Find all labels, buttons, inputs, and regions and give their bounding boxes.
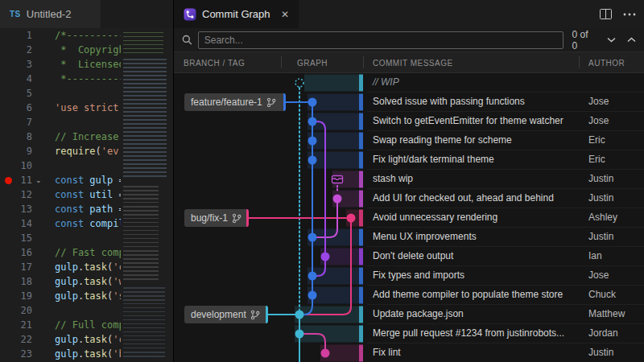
commit-message: Don't delete output <box>373 247 453 265</box>
graph-table-header: BRANCH / TAG GRAPH COMMIT MESSAGE AUTHOR <box>174 51 644 73</box>
stash-icon[interactable] <box>332 176 343 183</box>
commit-message: Switch to getEventEmitter for theme watc… <box>373 112 564 130</box>
commit-dot[interactable] <box>308 98 317 107</box>
commit-row[interactable]: Switch to getEventEmitter for theme watc… <box>367 112 644 131</box>
code-line: * Licensed un <box>55 57 121 72</box>
column-header-commit-message[interactable]: COMMIT MESSAGE <box>373 52 453 74</box>
more-actions-icon[interactable] <box>623 13 636 16</box>
row-edge-strip <box>359 268 363 285</box>
commit-row[interactable]: Fix types and importsJose <box>367 266 644 286</box>
minimap-content <box>123 186 159 282</box>
commit-message: // WIP <box>373 73 399 92</box>
commit-author: Justin <box>588 228 613 246</box>
commit-row[interactable]: Add UI for checked out, ahead and behind… <box>367 189 644 208</box>
wip-node[interactable] <box>295 79 303 87</box>
branch-color-bar <box>283 93 286 111</box>
branch-label-feature/feature-1[interactable]: feature/feature-1 <box>184 93 286 111</box>
commit-dot[interactable] <box>347 214 356 223</box>
search-previous-icon[interactable] <box>627 37 636 43</box>
code-editor[interactable]: 1234567891011⌄121314151617181920212223 /… <box>0 28 173 362</box>
branch-color-bar <box>246 209 249 227</box>
column-divider <box>281 56 282 68</box>
row-edge-strip <box>359 191 363 208</box>
typescript-file-icon: TS <box>10 10 21 19</box>
line-number: 20 <box>0 303 32 318</box>
search-result-count: 0 of 0 <box>572 29 596 51</box>
code-line <box>55 303 121 318</box>
close-icon[interactable]: ✕ <box>281 10 289 19</box>
commit-row[interactable]: stash wipJustin <box>367 170 644 189</box>
line-number: 10 <box>0 158 32 173</box>
commit-dot[interactable] <box>321 253 330 261</box>
commit-row[interactable]: Add theme compiler to populate theme sto… <box>367 286 644 305</box>
commit-dot[interactable] <box>308 117 317 126</box>
code-line: // Full compil <box>55 318 121 332</box>
commit-author: Ian <box>588 247 602 265</box>
commit-dot[interactable] <box>295 330 304 339</box>
column-header-graph[interactable]: GRAPH <box>297 52 328 74</box>
commit-message: Fix types and imports <box>373 266 464 285</box>
commit-row[interactable]: Solved issue with passing functionsJose <box>367 93 644 112</box>
search-next-icon[interactable] <box>607 37 616 43</box>
graph-table-body: // WIPSolved issue with passing function… <box>174 73 644 362</box>
column-header-author[interactable]: AUTHOR <box>588 52 625 74</box>
column-divider <box>363 56 364 68</box>
branch-name: development <box>191 309 246 320</box>
editor-group-left: TS Untitled-2 1234567891011⌄121314151617… <box>0 0 173 362</box>
row-edge-strip <box>359 345 363 362</box>
line-number: 13 <box>0 202 32 216</box>
split-editor-icon[interactable] <box>600 9 612 19</box>
column-header-branch-tag[interactable]: BRANCH / TAG <box>184 52 245 74</box>
minimap[interactable] <box>121 28 171 362</box>
line-number: 17 <box>0 260 32 274</box>
line-number: 16 <box>0 245 32 260</box>
commit-author: Jose <box>588 93 609 111</box>
line-number: 18 <box>0 274 32 289</box>
commit-row[interactable]: Avoid unnecessary renderingAshley <box>367 208 644 228</box>
git-branch-icon <box>266 97 276 108</box>
code-line <box>55 86 121 101</box>
commit-row[interactable]: Don't delete outputIan <box>367 247 644 266</box>
search-input[interactable] <box>198 31 564 49</box>
commit-author: Eric <box>588 150 605 169</box>
commit-dot[interactable] <box>308 291 317 300</box>
commit-row[interactable]: Fix lintJustin <box>367 343 644 362</box>
commit-row[interactable]: Update package.jsonMatthew <box>367 305 644 324</box>
commit-message: Fix lint <box>373 343 401 362</box>
commit-dot[interactable] <box>308 233 317 242</box>
row-edge-strip <box>359 94 363 111</box>
commit-row[interactable]: // WIP <box>367 73 644 93</box>
commit-row[interactable]: Fix light/dark terminal themeEric <box>367 150 644 170</box>
row-edge-strip <box>359 133 363 150</box>
tab-commit-graph[interactable]: Commit Graph ✕ <box>174 0 299 28</box>
commit-author: Justin <box>588 343 613 362</box>
branch-label-development[interactable]: development <box>184 306 268 323</box>
commit-row[interactable]: Swap reading theme for schemeEric <box>367 131 644 150</box>
commit-dot[interactable] <box>308 156 317 165</box>
commit-dot[interactable] <box>333 195 342 204</box>
line-number: 1 <box>0 28 32 43</box>
row-edge-strip <box>359 152 363 169</box>
commit-dot[interactable] <box>308 137 317 146</box>
code-line <box>55 158 121 173</box>
code-line: /*------------------ <box>55 28 121 43</box>
commit-dot[interactable] <box>321 349 330 358</box>
breakpoint-icon[interactable] <box>5 177 12 184</box>
fold-chevron-icon[interactable]: ⌄ <box>35 173 42 187</box>
editor-actions <box>600 0 636 28</box>
graph-search-bar: 0 of 0 <box>174 28 644 51</box>
commit-author: Justin <box>588 189 613 208</box>
tab-untitled-2[interactable]: TS Untitled-2 <box>0 0 101 28</box>
commit-row[interactable]: Menu UX improvementsJustin <box>367 228 644 247</box>
commit-author: Eric <box>588 131 605 150</box>
commit-dot[interactable] <box>295 311 304 319</box>
code-line: const gulp = req <box>55 173 121 187</box>
commit-author: Ashley <box>588 208 617 227</box>
commit-row[interactable]: Merge pull request #1234 from justinrobo… <box>367 324 644 343</box>
row-edge-strip <box>359 229 363 246</box>
branch-label-bug/fix-1[interactable]: bug/fix-1 <box>184 209 249 227</box>
commit-graph-panel: 0 of 0 BRANCH / TAG GRAPH COMMIT MESSAGE… <box>174 28 644 362</box>
commit-dot[interactable] <box>308 272 317 281</box>
commit-graph-extension-icon <box>184 8 196 21</box>
code-line: const path = req <box>55 202 121 216</box>
